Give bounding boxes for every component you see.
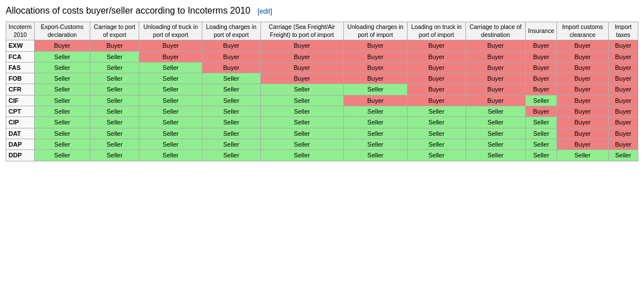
cell-CIF-4: Seller	[260, 95, 343, 106]
cell-FAS-3: Buyer	[202, 62, 260, 73]
table-row: DATSellerSellerSellerSellerSellerSellerS…	[6, 128, 638, 139]
cell-FAS-10: Buyer	[608, 62, 638, 73]
cell-DDP-7: Seller	[466, 150, 525, 161]
cell-DAP-0: Seller	[34, 139, 90, 149]
cell-DAP-1: Seller	[90, 139, 139, 149]
cell-CIP-8: Seller	[525, 117, 556, 128]
cell-DDP-6: Seller	[408, 150, 466, 161]
cell-CPT-9: Buyer	[557, 106, 609, 117]
cell-DDP-3: Seller	[202, 150, 260, 161]
cell-DAP-3: Seller	[202, 139, 260, 149]
cell-DAP-7: Seller	[466, 139, 525, 149]
cell-FAS-7: Buyer	[466, 62, 525, 73]
cell-EXW-6: Buyer	[408, 40, 466, 51]
cell-CIP-1: Seller	[90, 117, 139, 128]
cell-CFR-1: Seller	[90, 84, 139, 95]
cell-CFR-2: Seller	[139, 84, 202, 95]
cell-FCA-6: Buyer	[408, 51, 466, 62]
col-header-2: Carriage to port of export	[90, 22, 139, 40]
cell-CFR-3: Seller	[202, 84, 260, 95]
table-row: FASSellerSellerSellerBuyerBuyerBuyerBuye…	[6, 62, 638, 73]
cell-DAT-6: Seller	[408, 128, 466, 139]
cell-FCA-5: Buyer	[343, 51, 407, 62]
cell-CIF-1: Seller	[90, 95, 139, 106]
incoterm-label: FCA	[6, 51, 35, 62]
incoterm-label: DDP	[6, 150, 35, 161]
cell-FAS-9: Buyer	[557, 62, 609, 73]
cell-DDP-10: Seller	[608, 150, 638, 161]
cell-CPT-6: Seller	[408, 106, 466, 117]
cell-EXW-2: Buyer	[139, 40, 202, 51]
cell-CIF-10: Buyer	[608, 95, 638, 106]
cell-CPT-3: Seller	[202, 106, 260, 117]
incoterm-label: CIF	[6, 95, 35, 106]
cell-FCA-1: Seller	[90, 51, 139, 62]
cell-DAP-9: Buyer	[557, 139, 609, 149]
table-row: FCASellerSellerBuyerBuyerBuyerBuyerBuyer…	[6, 51, 638, 62]
incoterm-label: DAP	[6, 139, 35, 149]
incoterm-label: DAT	[6, 128, 35, 139]
cell-CIP-0: Seller	[34, 117, 90, 128]
col-header-4: Loading charges in port of export	[202, 22, 260, 40]
cell-DAT-1: Seller	[90, 128, 139, 139]
page-title: Allocations of costs buyer/seller accord…	[6, 6, 638, 16]
col-header-10: Import customs clearance	[557, 22, 609, 40]
cell-EXW-10: Buyer	[608, 40, 638, 51]
cell-CIP-2: Seller	[139, 117, 202, 128]
cell-DDP-1: Seller	[90, 150, 139, 161]
cell-EXW-1: Buyer	[90, 40, 139, 51]
cell-CPT-1: Seller	[90, 106, 139, 117]
table-row: CIPSellerSellerSellerSellerSellerSellerS…	[6, 117, 638, 128]
cell-CIF-5: Buyer	[343, 95, 407, 106]
cell-DAP-4: Seller	[260, 139, 343, 149]
cell-FOB-3: Seller	[202, 73, 260, 84]
cell-FOB-6: Buyer	[408, 73, 466, 84]
cell-FOB-7: Buyer	[466, 73, 525, 84]
cell-DAP-2: Seller	[139, 139, 202, 149]
col-header-7: Loading on truck in port of import	[408, 22, 466, 40]
cell-EXW-5: Buyer	[343, 40, 407, 51]
cell-DDP-8: Seller	[525, 150, 556, 161]
table-row: CFRSellerSellerSellerSellerSellerSellerB…	[6, 84, 638, 95]
col-header-0: Incoterm 2010	[6, 22, 35, 40]
cell-CPT-0: Seller	[34, 106, 90, 117]
edit-link[interactable]: [edit]	[257, 7, 272, 15]
cell-FOB-10: Buyer	[608, 73, 638, 84]
cell-DAT-9: Buyer	[557, 128, 609, 139]
cell-DAT-5: Seller	[343, 128, 407, 139]
incoterm-label: EXW	[6, 40, 35, 51]
cell-CIF-0: Seller	[34, 95, 90, 106]
col-header-8: Carriage to place of destination	[466, 22, 525, 40]
cell-DDP-0: Seller	[34, 150, 90, 161]
cell-EXW-8: Buyer	[525, 40, 556, 51]
cell-DAP-10: Buyer	[608, 139, 638, 149]
cell-CIP-3: Seller	[202, 117, 260, 128]
cell-DAT-8: Seller	[525, 128, 556, 139]
cell-CFR-7: Buyer	[466, 84, 525, 95]
cell-FAS-1: Seller	[90, 62, 139, 73]
col-header-1: Export-Customs declaration	[34, 22, 90, 40]
cell-CIF-7: Buyer	[466, 95, 525, 106]
cell-FCA-4: Buyer	[260, 51, 343, 62]
cell-CFR-10: Buyer	[608, 84, 638, 95]
cell-FOB-2: Seller	[139, 73, 202, 84]
cell-DAT-3: Seller	[202, 128, 260, 139]
cell-FOB-9: Buyer	[557, 73, 609, 84]
cell-FCA-7: Buyer	[466, 51, 525, 62]
cell-FOB-5: Buyer	[343, 73, 407, 84]
cell-FOB-0: Seller	[34, 73, 90, 84]
col-header-5: Carriage (Sea Freight/Air Freight) to po…	[260, 22, 343, 40]
cell-DAT-2: Seller	[139, 128, 202, 139]
incoterm-label: FOB	[6, 73, 35, 84]
cell-DDP-2: Seller	[139, 150, 202, 161]
table-row: DAPSellerSellerSellerSellerSellerSellerS…	[6, 139, 638, 149]
cell-DAT-4: Seller	[260, 128, 343, 139]
cell-FOB-1: Seller	[90, 73, 139, 84]
cell-FCA-9: Buyer	[557, 51, 609, 62]
cell-FCA-0: Seller	[34, 51, 90, 62]
cell-DAT-0: Seller	[34, 128, 90, 139]
cell-CIF-2: Seller	[139, 95, 202, 106]
cell-CFR-9: Buyer	[557, 84, 609, 95]
cell-CIP-10: Buyer	[608, 117, 638, 128]
cell-FCA-2: Buyer	[139, 51, 202, 62]
